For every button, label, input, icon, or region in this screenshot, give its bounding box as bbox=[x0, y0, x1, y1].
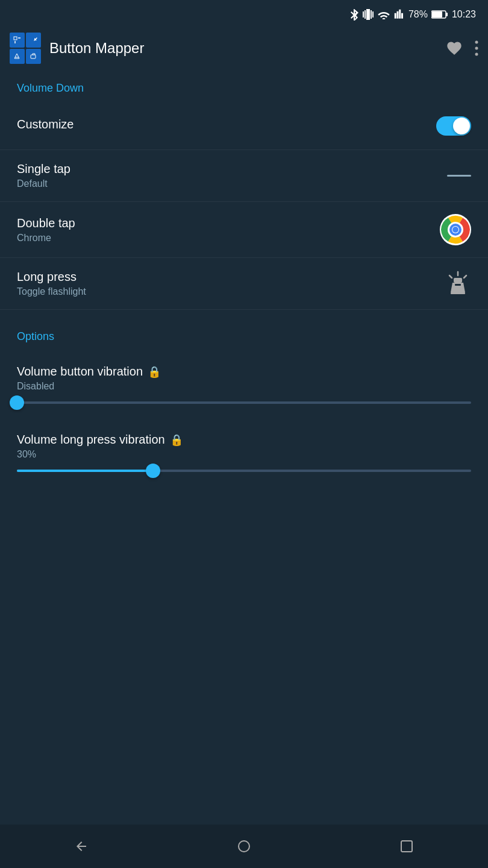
volume-button-vibration-thumb[interactable] bbox=[10, 395, 24, 410]
status-icons: 78% 10:23 bbox=[349, 8, 476, 20]
battery-icon bbox=[431, 10, 448, 19]
volume-button-vibration-container: Volume button vibration 🔒 Disabled bbox=[0, 350, 488, 418]
app-icon-bl bbox=[10, 49, 25, 64]
volume-long-press-vibration-title: Volume long press vibration bbox=[17, 433, 165, 447]
svg-line-16 bbox=[464, 275, 466, 278]
customize-text: Customize bbox=[17, 118, 436, 134]
battery-percent: 78% bbox=[408, 9, 428, 20]
volume-long-press-vibration-container: Volume long press vibration 🔒 30% bbox=[0, 418, 488, 486]
long-press-text: Long press Toggle flashlight bbox=[17, 270, 445, 297]
volume-long-press-vibration-lock: 🔒 bbox=[170, 433, 183, 447]
single-tap-action bbox=[447, 175, 471, 177]
double-tap-title: Double tap bbox=[17, 216, 440, 230]
svg-point-7 bbox=[475, 41, 478, 44]
app-icon-tl bbox=[10, 33, 25, 48]
customize-title: Customize bbox=[17, 118, 436, 131]
volume-button-vibration-label-row: Volume button vibration 🔒 bbox=[17, 360, 471, 379]
customize-item[interactable]: Customize bbox=[0, 102, 488, 150]
svg-rect-20 bbox=[451, 292, 465, 294]
single-tap-subtitle: Default bbox=[17, 178, 447, 189]
home-button[interactable] bbox=[226, 828, 262, 864]
volume-button-vibration-track[interactable] bbox=[17, 401, 471, 404]
double-tap-subtitle: Chrome bbox=[17, 233, 440, 244]
volume-long-press-vibration-track[interactable] bbox=[17, 470, 471, 472]
svg-rect-19 bbox=[455, 284, 461, 286]
long-press-item[interactable]: Long press Toggle flashlight bbox=[0, 258, 488, 310]
single-tap-text: Single tap Default bbox=[17, 162, 447, 189]
volume-long-press-vibration-label-row: Volume long press vibration 🔒 bbox=[17, 428, 471, 447]
svg-rect-6 bbox=[31, 55, 36, 58]
vibrate-icon bbox=[363, 8, 374, 20]
dash-icon bbox=[447, 175, 471, 177]
favorite-button[interactable] bbox=[446, 40, 463, 57]
app-title: Button Mapper bbox=[49, 40, 446, 57]
svg-rect-3 bbox=[14, 37, 17, 40]
volume-long-press-vibration-fill bbox=[17, 470, 153, 472]
volume-long-press-vibration-thumb[interactable] bbox=[146, 464, 160, 478]
content: Volume Down Customize Single tap Default… bbox=[0, 68, 488, 486]
long-press-action bbox=[445, 271, 471, 297]
app-icon-br bbox=[26, 49, 41, 64]
double-tap-text: Double tap Chrome bbox=[17, 216, 440, 244]
svg-rect-22 bbox=[401, 841, 412, 852]
wifi-icon bbox=[377, 10, 390, 19]
app-bar-actions bbox=[446, 40, 478, 57]
long-press-subtitle: Toggle flashlight bbox=[17, 286, 445, 297]
svg-point-14 bbox=[452, 227, 458, 233]
single-tap-item[interactable]: Single tap Default bbox=[0, 150, 488, 202]
svg-rect-18 bbox=[454, 278, 462, 283]
svg-point-9 bbox=[475, 53, 478, 56]
svg-point-21 bbox=[239, 841, 249, 852]
svg-rect-1 bbox=[432, 11, 442, 17]
signal-icon bbox=[394, 9, 405, 20]
volume-button-vibration-lock: 🔒 bbox=[148, 365, 161, 379]
time: 10:23 bbox=[452, 9, 476, 20]
svg-point-8 bbox=[475, 47, 478, 50]
volume-long-press-vibration-subtitle: 30% bbox=[17, 449, 471, 460]
options-header: Options bbox=[0, 316, 488, 350]
double-tap-action bbox=[440, 214, 471, 245]
volume-button-vibration-subtitle: Disabled bbox=[17, 381, 471, 392]
nav-bar bbox=[0, 825, 488, 868]
back-button[interactable] bbox=[63, 828, 99, 864]
customize-toggle[interactable] bbox=[436, 116, 471, 136]
bluetooth-icon bbox=[349, 8, 359, 20]
status-bar: 78% 10:23 bbox=[0, 0, 488, 29]
app-bar: Button Mapper bbox=[0, 29, 488, 68]
customize-toggle-container[interactable] bbox=[436, 116, 471, 136]
recents-button[interactable] bbox=[389, 828, 425, 864]
svg-line-17 bbox=[449, 275, 452, 278]
volume-button-vibration-title: Volume button vibration bbox=[17, 365, 143, 379]
double-tap-item[interactable]: Double tap Chrome bbox=[0, 202, 488, 258]
app-icon bbox=[10, 33, 41, 64]
long-press-title: Long press bbox=[17, 270, 445, 284]
more-options-button[interactable] bbox=[475, 40, 478, 57]
app-icon-tr bbox=[26, 33, 41, 48]
volume-down-header: Volume Down bbox=[0, 68, 488, 102]
flashlight-icon bbox=[445, 271, 471, 297]
single-tap-title: Single tap bbox=[17, 162, 447, 176]
svg-rect-2 bbox=[446, 13, 448, 16]
chrome-icon bbox=[440, 214, 471, 245]
svg-marker-5 bbox=[14, 54, 19, 58]
